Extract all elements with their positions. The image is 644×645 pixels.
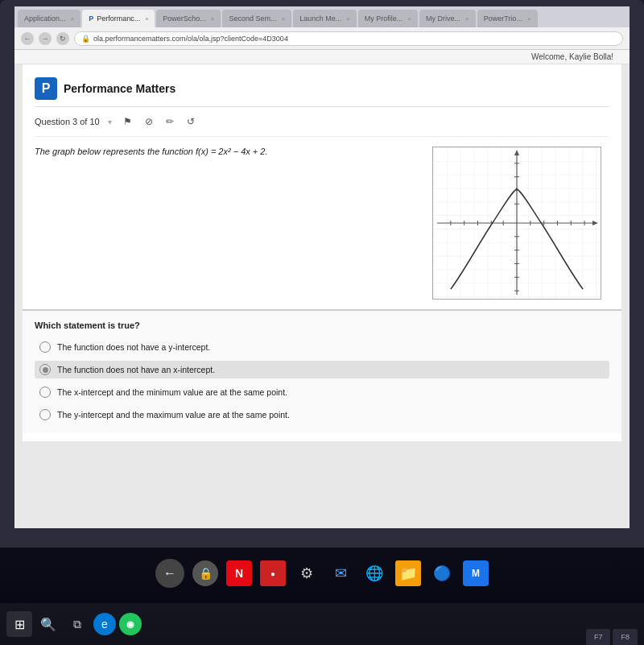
- tab-label: Performanc...: [97, 14, 140, 23]
- tab-close-icon[interactable]: ×: [346, 15, 350, 23]
- option-b-text: The function does not have an x-intercep…: [57, 365, 215, 374]
- option-a-text: The function does not have a y-intercept…: [57, 342, 210, 352]
- question-label: Question 3 of 10: [35, 117, 100, 126]
- radio-b-fill: [43, 367, 48, 373]
- welcome-text: Welcome, Kaylie Bolla!: [531, 52, 613, 61]
- option-d[interactable]: The y-intercept and the maximum value ar…: [35, 406, 609, 424]
- option-c[interactable]: The x-intercept and the minimum value ar…: [35, 383, 609, 401]
- answer-question: Which statement is true?: [35, 320, 609, 330]
- f8-key[interactable]: F8: [613, 629, 638, 645]
- option-c-text: The x-intercept and the minimum value ar…: [57, 387, 287, 397]
- option-a[interactable]: The function does not have a y-intercept…: [35, 338, 609, 356]
- edge-browser-icon[interactable]: e: [93, 613, 116, 635]
- url-text: ola.performancematters.com/ola/ola.jsp?c…: [93, 35, 288, 43]
- radio-c[interactable]: [39, 387, 51, 398]
- address-bar[interactable]: 🔒 ola.performancematters.com/ola/ola.jsp…: [74, 31, 623, 46]
- pencil-icon[interactable]: ✏: [162, 114, 178, 130]
- tab-label: PowerTrio...: [484, 14, 522, 23]
- forward-button[interactable]: →: [39, 32, 52, 45]
- flag-icon[interactable]: ⚑: [120, 114, 136, 130]
- tab-label: My Drive...: [426, 14, 460, 23]
- back-arrow-icon: ←: [163, 566, 176, 581]
- content-area: P Performance Matters Question 3 of 10 ▾…: [23, 64, 621, 441]
- tab-powertrio[interactable]: PowerTrio... ×: [477, 10, 538, 27]
- lock-icon[interactable]: 🔒: [192, 560, 218, 586]
- tab-launch-me[interactable]: Launch Me... ×: [293, 10, 357, 27]
- radio-a[interactable]: [39, 341, 51, 353]
- laptop-bezel: Application... × P Performanc... × Power…: [0, 0, 644, 548]
- app-logo: P: [35, 77, 57, 100]
- tab-close-icon[interactable]: ×: [145, 15, 149, 23]
- dock: ← 🔒 N ● ⚙ ✉ 🌐 📁 🔵 M: [155, 559, 489, 588]
- answer-options: The function does not have a y-intercept…: [35, 338, 609, 424]
- green-app-icon[interactable]: ◉: [119, 613, 142, 635]
- task-view-button[interactable]: ⧉: [64, 611, 90, 637]
- graph-svg: [433, 147, 601, 299]
- tab-label: Second Sem...: [229, 14, 276, 23]
- option-b[interactable]: The function does not have an x-intercep…: [35, 361, 609, 378]
- app-title: Performance Matters: [64, 82, 175, 95]
- question-content: The graph below represents the function …: [35, 137, 609, 309]
- tab-second-sem[interactable]: Second Sem... ×: [222, 10, 291, 27]
- welcome-bar: Welcome, Kaylie Bolla!: [14, 50, 630, 64]
- logo-letter: P: [42, 81, 51, 96]
- browser-bar: ← → ↻ 🔒 ola.performancematters.com/ola/o…: [14, 27, 630, 50]
- radio-d[interactable]: [39, 409, 51, 420]
- tab-my-drive[interactable]: My Drive... ×: [419, 10, 476, 27]
- radio-b[interactable]: [39, 364, 51, 375]
- chrome-icon[interactable]: 🔵: [429, 560, 455, 586]
- tab-label: Launch Me...: [299, 14, 341, 23]
- windows-start-button[interactable]: ⊞: [6, 611, 32, 637]
- folder-icon[interactable]: 📁: [395, 560, 421, 586]
- option-d-text: The y-intercept and the maximum value ar…: [57, 410, 290, 420]
- meet-icon[interactable]: M: [463, 560, 489, 586]
- netflix-icon[interactable]: N: [226, 560, 252, 586]
- fn-keys-container: F7 F8: [586, 629, 638, 645]
- gear-icon[interactable]: ⚙: [294, 560, 320, 586]
- tab-performance[interactable]: P Performanc... ×: [82, 10, 155, 27]
- secure-icon: 🔒: [81, 35, 90, 43]
- question-bar: Question 3 of 10 ▾ ⚑ ⊘ ✏ ↺: [35, 107, 609, 137]
- browser-tabs: Application... × P Performanc... × Power…: [14, 6, 630, 27]
- refresh-button[interactable]: ↻: [56, 32, 69, 45]
- tab-label: Application...: [24, 14, 66, 23]
- back-button-taskbar[interactable]: ←: [155, 559, 184, 588]
- tab-applications[interactable]: Application... ×: [18, 10, 80, 27]
- tab-favicon: P: [89, 14, 93, 23]
- tab-label: PowerScho...: [163, 14, 206, 23]
- taskbar-area: ← 🔒 N ● ⚙ ✉ 🌐 📁 🔵 M ⊞ 🔍 ⧉ e ◉ F7 F8: [0, 548, 644, 645]
- answer-section: Which statement is true? The function do…: [23, 309, 621, 433]
- refresh-icon[interactable]: ↺: [183, 114, 199, 130]
- tab-close-icon[interactable]: ×: [281, 15, 285, 23]
- toolbar-icons: ⚑ ⊘ ✏ ↺: [120, 114, 199, 130]
- tab-my-profile[interactable]: My Profile... ×: [358, 10, 418, 27]
- mail-icon[interactable]: ✉: [328, 560, 353, 586]
- screen: Application... × P Performanc... × Power…: [14, 6, 630, 528]
- globe-icon[interactable]: 🌐: [361, 560, 387, 586]
- tab-close-icon[interactable]: ×: [465, 15, 469, 23]
- question-description: The graph below represents the function …: [35, 147, 416, 156]
- graph-container: [432, 147, 601, 300]
- question-text-area: The graph below represents the function …: [35, 147, 416, 300]
- tab-close-icon[interactable]: ×: [407, 15, 411, 23]
- tab-close-icon[interactable]: ×: [527, 15, 531, 23]
- ban-icon[interactable]: ⊘: [141, 114, 157, 130]
- app-red-icon[interactable]: ●: [260, 560, 286, 586]
- f7-key[interactable]: F7: [586, 629, 611, 645]
- tab-powerschool[interactable]: PowerScho... ×: [156, 10, 221, 27]
- tab-close-icon[interactable]: ×: [71, 15, 75, 23]
- windows-taskbar: ⊞ 🔍 ⧉ e ◉ F7 F8: [0, 603, 644, 645]
- graph-area: [432, 147, 609, 300]
- divider: ▾: [108, 118, 112, 126]
- back-button[interactable]: ←: [21, 32, 34, 45]
- tab-close-icon[interactable]: ×: [211, 15, 215, 23]
- search-button[interactable]: 🔍: [35, 611, 61, 637]
- app-header: P Performance Matters: [35, 72, 609, 107]
- tab-label: My Profile...: [365, 14, 403, 23]
